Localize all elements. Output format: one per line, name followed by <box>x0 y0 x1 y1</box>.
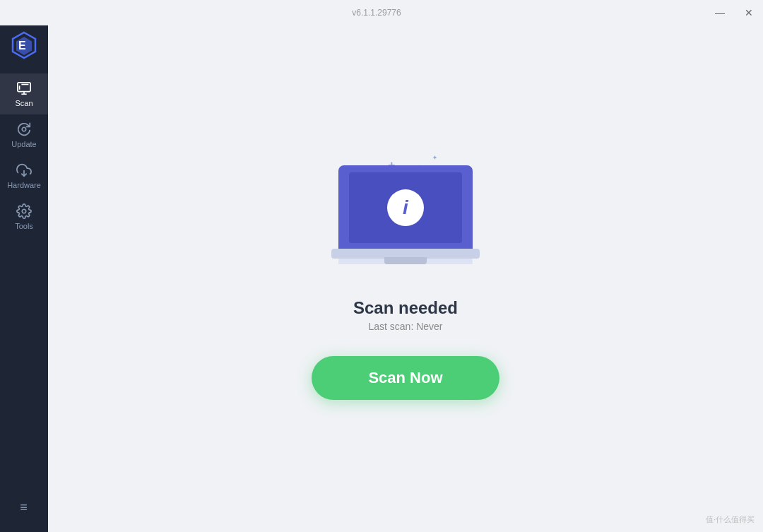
sidebar-item-scan-label: Scan <box>15 99 32 107</box>
sidebar-item-tools-label: Tools <box>15 222 33 230</box>
sidebar-item-scan[interactable]: Scan <box>0 73 48 114</box>
minimize-button[interactable]: — <box>711 5 729 20</box>
tools-icon <box>16 203 32 219</box>
svg-text:E: E <box>18 40 26 52</box>
svg-point-10 <box>22 209 26 213</box>
svg-point-8 <box>22 127 26 131</box>
hardware-icon <box>16 162 32 178</box>
update-icon <box>16 122 32 137</box>
laptop-illustration: + ✦ + ✦ + ✦ i <box>328 151 483 285</box>
laptop-notch <box>384 257 427 264</box>
sidebar-nav: Scan Update Hardware <box>0 73 48 532</box>
scan-now-button[interactable]: Scan Now <box>312 356 499 400</box>
titlebar: v6.1.1.29776 — ✕ <box>0 0 763 25</box>
illustration-area: + ✦ + ✦ + ✦ i Scan needed Last scan: Nev… <box>312 151 499 400</box>
sidebar-item-update-label: Update <box>11 140 36 148</box>
menu-icon[interactable]: ≡ <box>20 500 28 515</box>
sidebar-item-hardware[interactable]: Hardware <box>0 155 48 196</box>
window-controls: — ✕ <box>711 5 757 20</box>
sidebar-item-hardware-label: Hardware <box>7 181 41 189</box>
sidebar: E Scan Update <box>0 0 48 532</box>
app-logo: E <box>10 31 38 59</box>
main-content: + ✦ + ✦ + ✦ i Scan needed Last scan: Nev… <box>48 0 763 532</box>
laptop-screen: i <box>349 172 462 243</box>
close-button[interactable]: ✕ <box>740 5 757 20</box>
info-icon: i <box>387 189 424 226</box>
scan-status-area: Scan needed Last scan: Never <box>353 298 458 332</box>
last-scan-text: Last scan: Never <box>353 321 458 332</box>
laptop-body: i <box>338 165 473 250</box>
sidebar-item-tools[interactable]: Tools <box>0 196 48 237</box>
sparkle-4: ✦ <box>432 155 437 161</box>
watermark: 值·什么值得买 <box>706 514 755 525</box>
scan-icon <box>16 81 32 96</box>
version-label: v6.1.1.29776 <box>309 8 401 18</box>
sidebar-item-update[interactable]: Update <box>0 114 48 155</box>
scan-needed-title: Scan needed <box>353 298 458 318</box>
